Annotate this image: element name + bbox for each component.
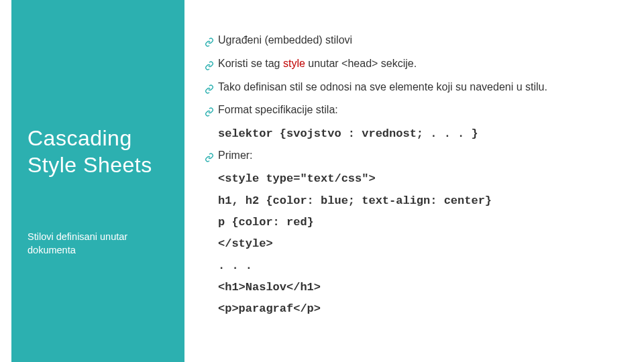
highlighted-word: style	[283, 58, 305, 69]
title-line-2: Style Sheets	[28, 153, 152, 177]
code-line: <p>paragraf</p>	[218, 300, 634, 318]
link-icon	[205, 32, 218, 48]
bullet-item: Ugrađeni (embedded) stilovi	[205, 32, 634, 49]
bullet-text: Tako definisan stil se odnosi na sve ele…	[218, 79, 634, 96]
text-fragment: Koristi se tag	[218, 58, 283, 69]
bullet-text: Koristi se tag style unutar <head> sekci…	[218, 56, 634, 72]
code-line: selektor {svojstvo : vrednost; . . . }	[218, 125, 634, 143]
link-icon	[205, 56, 218, 72]
code-line: . . .	[218, 257, 634, 275]
content-area: Ugrađeni (embedded) stilovi Koristi se t…	[205, 32, 634, 322]
link-icon	[205, 147, 218, 164]
bullet-text: Format specifikacije stila:	[218, 102, 634, 119]
link-icon	[205, 102, 218, 118]
code-line: <h1>Naslov</h1>	[218, 279, 634, 296]
slide-subtitle: Stilovi definisani unutar dokumenta	[28, 231, 168, 257]
bullet-text: Ugrađeni (embedded) stilovi	[218, 32, 634, 49]
link-icon	[205, 79, 218, 95]
bullet-item: Koristi se tag style unutar <head> sekci…	[205, 56, 634, 72]
slide-title: Cascading Style Sheets	[28, 125, 168, 178]
code-line: p {color: red}	[218, 214, 634, 231]
bullet-item: Tako definisan stil se odnosi na sve ele…	[205, 79, 634, 96]
code-line: <style type="text/css">	[218, 170, 634, 188]
bullet-item: Primer:	[205, 147, 634, 164]
bullet-item: Format specifikacije stila:	[205, 102, 634, 119]
text-fragment: unutar <head> sekcije.	[305, 58, 417, 69]
bullet-text: Primer:	[218, 147, 634, 164]
code-line: h1, h2 {color: blue; text-align: center}	[218, 192, 634, 210]
code-line: </style>	[218, 235, 634, 253]
sidebar-panel: Cascading Style Sheets Stilovi definisan…	[11, 0, 184, 362]
title-line-1: Cascading	[28, 126, 132, 150]
